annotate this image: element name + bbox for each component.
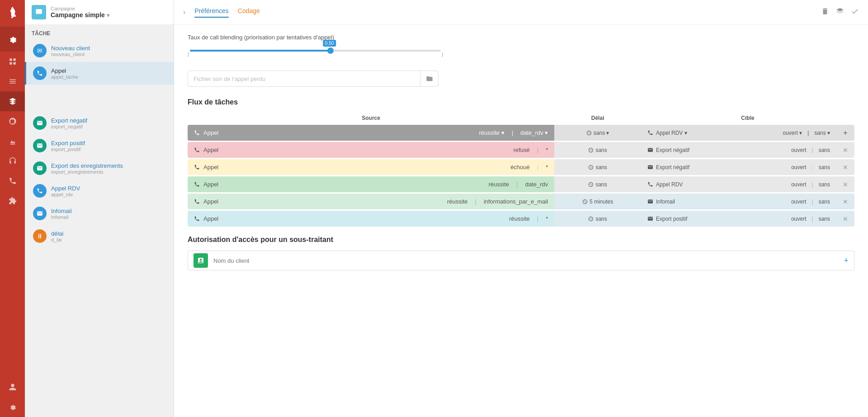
flux-row-2-extra: * xyxy=(546,164,548,171)
file-input-row: Fichier son de l'appel perdu xyxy=(188,71,439,87)
svg-rect-0 xyxy=(36,9,42,14)
expand-button[interactable]: › xyxy=(183,8,185,16)
sidebar-item-export-negatif-name: Export négatif xyxy=(51,117,87,124)
file-browse-button[interactable] xyxy=(420,71,438,86)
slider-thumb[interactable] xyxy=(327,47,334,54)
flux-row-0-delai-value[interactable]: sans ▾ xyxy=(594,130,609,136)
flux-section: Flux de tâches Source Délai Cible Appel … xyxy=(188,98,854,227)
flux-row-4-source: Appel réussite | informations_par_e_mail xyxy=(188,194,554,209)
gear-icon xyxy=(8,34,18,44)
file-input-section: Fichier son de l'appel perdu xyxy=(188,71,854,87)
sidebar-item-export-positif-code: export_positif xyxy=(51,147,85,152)
col-cible: Cible xyxy=(641,115,854,121)
sidebar-item-nouveau-client[interactable]: ✉ Nouveau client nouveau_client xyxy=(25,39,174,62)
sidebar-item-export-negatif-code: export_negatif xyxy=(51,124,87,129)
flux-row-0-cible: Appel RDV ▾ ouvert ▾ | sans ▾ xyxy=(641,125,836,141)
flux-row-4-cible: Infomail ouvert | sans xyxy=(641,194,836,209)
nav-dollar-icon[interactable] xyxy=(0,111,25,131)
nav-headphone-icon[interactable] xyxy=(0,151,25,171)
flux-row-1: Appel refusé | * sans Export négatif xyxy=(188,142,854,158)
tab-codage[interactable]: Codage xyxy=(238,7,260,18)
settings-icon-area[interactable] xyxy=(0,27,25,52)
header-actions xyxy=(821,7,859,17)
col-delai: Délai xyxy=(554,115,641,121)
flux-row-1-cible-status: ouvert xyxy=(791,147,806,153)
flux-row-1-source: Appel refusé | * xyxy=(188,142,554,158)
flux-row-3-cible-name: Appel RDV xyxy=(656,181,683,188)
flux-row-2-status: échoué xyxy=(510,164,530,171)
nav-grid-icon[interactable] xyxy=(0,52,25,71)
flux-row-0-extra[interactable]: date_rdv ▾ xyxy=(520,129,548,136)
sidebar-item-export-enregistrements[interactable]: Export des enregistrements export_enregi… xyxy=(25,157,174,180)
flux-row-0-cible-extra[interactable]: sans ▾ xyxy=(814,130,830,136)
flux-row-0-cible-name[interactable]: Appel RDV ▾ xyxy=(656,130,687,136)
nav-chart-icon[interactable] xyxy=(0,131,25,151)
check-button[interactable] xyxy=(851,7,859,17)
flux-row-4-action[interactable]: ✕ xyxy=(836,194,854,209)
slider-track xyxy=(190,50,441,52)
flux-title: Flux de tâches xyxy=(188,98,854,106)
flux-row-3-source: Appel réussite | date_rdv xyxy=(188,176,554,192)
sidebar-item-appel-rdv-icon xyxy=(33,184,47,198)
flux-row-1-action[interactable]: ✕ xyxy=(836,142,854,158)
sidebar-item-export-positif[interactable]: Export positif export_positif xyxy=(25,134,174,157)
sidebar-spacer xyxy=(25,85,174,112)
autorisation-client-input[interactable] xyxy=(213,257,838,264)
autorisation-section: Autorisation d'accès pour un sous-traita… xyxy=(188,236,854,270)
flux-row-1-delai: sans xyxy=(554,142,641,158)
nav-list-icon[interactable] xyxy=(0,71,25,91)
flux-row-5-delai: sans xyxy=(554,211,641,227)
autorisation-icon xyxy=(193,253,208,268)
flux-row-2-action[interactable]: ✕ xyxy=(836,159,854,175)
autorisation-add-button[interactable]: + xyxy=(844,256,849,265)
sidebar-item-delai-name: délai xyxy=(51,230,63,237)
flux-row-3-action[interactable]: ✕ xyxy=(836,176,854,192)
flux-headers: Source Délai Cible xyxy=(188,113,854,123)
sidebar-item-appel-code: appel_tache xyxy=(51,74,78,80)
sidebar-item-export-enr-icon xyxy=(33,161,47,175)
flux-row-5-source: Appel réussite | * xyxy=(188,211,554,227)
campaign-name[interactable]: Campagne simple ▾ xyxy=(51,11,109,19)
layers-button[interactable] xyxy=(836,7,844,17)
slider-min: | xyxy=(188,52,189,57)
sidebar-item-appel[interactable]: Appel appel_tache xyxy=(25,62,174,85)
nav-plugin-icon[interactable] xyxy=(0,191,25,211)
nav-phone-icon[interactable] xyxy=(0,171,25,191)
sidebar-item-nouveau-client-icon: ✉ xyxy=(33,44,47,57)
flux-row-4-cible-status: ouvert xyxy=(791,199,806,205)
flux-row-0-cible-status[interactable]: ouvert ▾ xyxy=(783,130,802,136)
flux-row-0-status[interactable]: réussite ▾ xyxy=(479,129,505,136)
flux-row-2-cible: Export négatif ouvert | sans xyxy=(641,159,836,175)
sidebar: Campagne Campagne simple ▾ Tâche ✉ Nouve… xyxy=(25,0,174,417)
nav-settings2-icon[interactable] xyxy=(0,397,25,417)
nav-layers-icon[interactable] xyxy=(0,91,25,111)
slider-container: 0.50 | | xyxy=(188,45,854,62)
sidebar-item-export-positif-name: Export positif xyxy=(51,140,85,147)
sidebar-item-appel-rdv[interactable]: Appel RDV appel_rdv xyxy=(25,180,174,202)
flux-row-3-delai: sans xyxy=(554,176,641,192)
flux-row-4-cible-extra: sans xyxy=(819,199,830,205)
sidebar-item-export-enr-name: Export des enregistrements xyxy=(51,162,123,169)
nav-user-icon[interactable] xyxy=(0,377,25,397)
sidebar-item-appel-rdv-name: Appel RDV xyxy=(51,185,80,192)
flux-row-5-cible-extra: sans xyxy=(819,216,830,222)
sidebar-item-delai-code: d_lai xyxy=(51,237,63,242)
flux-row-2-source: Appel échoué | * xyxy=(188,159,554,175)
sidebar-item-export-positif-icon xyxy=(33,139,47,152)
flux-row-2-cible-status: ouvert xyxy=(791,164,806,171)
tab-preferences[interactable]: Préférences xyxy=(194,7,228,18)
campaign-info: Campagne Campagne simple ▾ xyxy=(51,6,109,19)
sidebar-item-infomail[interactable]: Infomail Infomail xyxy=(25,202,174,225)
flux-row-5-cible-name: Export positif xyxy=(656,216,687,222)
flux-row-5-source-name: Appel xyxy=(203,215,218,222)
logo-icon xyxy=(6,6,19,19)
logo-area[interactable] xyxy=(0,0,25,25)
delete-button[interactable] xyxy=(821,7,829,17)
sidebar-item-export-negatif[interactable]: Export négatif export_negatif xyxy=(25,112,174,134)
col-source: Source xyxy=(188,115,554,121)
sidebar-item-delai[interactable]: ⏸ délai d_lai xyxy=(25,225,174,247)
flux-row-0-delai: sans ▾ xyxy=(554,125,641,141)
flux-row-0-action[interactable]: + xyxy=(836,125,854,141)
sidebar-item-export-enr-code: export_enregistrements xyxy=(51,169,123,175)
flux-row-5-action[interactable]: ✕ xyxy=(836,211,854,227)
